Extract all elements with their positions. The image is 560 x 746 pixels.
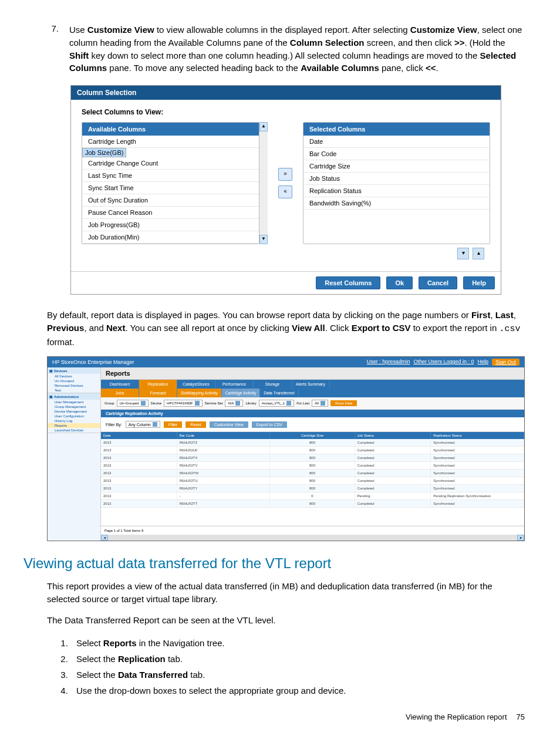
col-size[interactable]: Cartridge Size (270, 432, 355, 439)
user-label: User : hpresadmin (367, 359, 410, 366)
sidebar-item[interactable]: User Configuration (48, 414, 100, 418)
sidebar-item[interactable]: User Management (48, 400, 100, 404)
t: . You can see all report at once by clic… (125, 323, 292, 333)
t: View All (292, 323, 325, 333)
subtab[interactable]: Data Transferred (260, 389, 299, 397)
step-item: Use the drop-down boxes to select the ap… (70, 683, 525, 698)
sidebar-item[interactable]: All Devices (48, 374, 100, 379)
table-row[interactable]: 2013-0PendingPending Replication Synchro… (101, 492, 524, 500)
customize-view-button[interactable]: Customize View (210, 421, 248, 428)
scroll-left-icon[interactable]: ◂ (101, 535, 108, 541)
subtab[interactable]: SlotMapping Activity (177, 389, 222, 397)
t: By default, report data is displayed in … (47, 310, 471, 320)
table-row[interactable]: 2013R6HLR2TZ800CompletedSynchronised (101, 439, 524, 447)
sidebar-item[interactable]: History Log (48, 418, 100, 423)
available-column-item[interactable]: Job Progress(GB) (82, 219, 259, 231)
subtab[interactable]: Cartridge Activity (222, 389, 261, 397)
tab[interactable]: Dashboard (101, 380, 139, 389)
selected-column-item[interactable]: Date (303, 136, 490, 148)
section-heading: Viewing actual data transferred for the … (23, 555, 525, 572)
available-column-item[interactable]: Pause Cancel Reason (82, 207, 259, 219)
selected-column-item[interactable]: Bandwidth Saving(%) (303, 197, 490, 210)
table-row[interactable]: 2013R6HLR2TX800CompletedSynchronised (101, 454, 524, 462)
tab[interactable]: Replication (139, 380, 177, 389)
sub-section-title: Cartridge Replication Activity (101, 410, 524, 417)
sidebar-item[interactable]: Un-Grouped (48, 379, 100, 383)
scroll-right-icon[interactable]: ▸ (517, 535, 524, 541)
t: pane, click (379, 63, 426, 73)
tab[interactable]: Storage (254, 380, 292, 389)
sidebar-item[interactable]: Test (48, 388, 100, 393)
table-row[interactable]: 2013R6HLR2TT800CompletedSynchronised (101, 500, 524, 508)
chevron-down-icon (235, 401, 240, 406)
cell: R6HLR2TZ (177, 439, 271, 446)
subtab[interactable]: Forecast (139, 389, 177, 397)
move-up-button[interactable]: ▴ (473, 248, 484, 259)
table-row[interactable]: 2013R6HLR2U0800CompletedSynchronised (101, 447, 524, 454)
t: Column Selection (290, 38, 365, 48)
available-column-item[interactable]: Last Sync Time (82, 170, 259, 182)
l: For Last (296, 401, 309, 405)
move-right-button[interactable]: » (278, 168, 292, 181)
ok-button[interactable]: Ok (386, 276, 413, 289)
reset-button[interactable]: Reset (185, 421, 205, 428)
table-row[interactable]: 2013R6HLR2TW800CompletedSynchronised (101, 470, 524, 477)
cell: 2013 (101, 500, 177, 507)
available-column-item[interactable]: Job Duration(Min) (82, 231, 259, 244)
cell: 800 (270, 470, 355, 477)
table-row[interactable]: 2013R6HLR2TV800CompletedSynchronised (101, 462, 524, 470)
forlast-select[interactable]: All (312, 400, 328, 407)
available-column-item[interactable]: Cartridge Length (82, 136, 259, 148)
col-repstatus[interactable]: Replication Status (431, 432, 524, 439)
show-data-button[interactable]: Show Data (330, 400, 357, 406)
col-date[interactable]: Date (101, 432, 177, 439)
filter-button[interactable]: Filter (164, 421, 183, 428)
scroll-up-icon[interactable]: ▲ (259, 122, 268, 131)
cell: 0 (270, 492, 355, 499)
device-select[interactable]: HPCTF4F2A83F (164, 400, 203, 407)
cancel-button[interactable]: Cancel (419, 276, 457, 289)
sidebar-admin[interactable]: ▣Administration (48, 393, 100, 400)
table-row[interactable]: 2013R6HLR2TY800CompletedSynchronised (101, 485, 524, 492)
column-selection-dialog: Column Selection Select Columns to View:… (70, 85, 501, 295)
scroll-down-icon[interactable]: ▼ (259, 235, 268, 244)
available-column-item[interactable]: Job Size(GB) (82, 148, 126, 157)
library-select[interactable]: Accept_VTL_1 (259, 400, 294, 407)
group-select[interactable]: Un-Grouped (117, 400, 149, 407)
tab[interactable]: Alerts Summary (292, 380, 330, 389)
cell: 800 (270, 454, 355, 461)
t: key down to select more than one column … (89, 50, 480, 60)
filterby-select[interactable]: Any Column (126, 421, 160, 428)
sidebar-item[interactable]: Group Management (48, 404, 100, 409)
selected-column-item[interactable]: Job Status (303, 173, 490, 185)
subtab[interactable]: Jobs (101, 389, 139, 397)
cell: Synchronised (431, 485, 524, 492)
available-column-item[interactable]: Cartridge Change Count (82, 157, 259, 170)
selected-column-item[interactable]: Cartridge Size (303, 160, 490, 173)
sidebar-item[interactable]: Removed Devices (48, 383, 100, 388)
col-jobstatus[interactable]: Job Status (355, 432, 431, 439)
table-row[interactable]: 2013R6HLR2TU800CompletedSynchronised (101, 477, 524, 485)
sidebar-item[interactable]: Device Management (48, 409, 100, 414)
selected-column-item[interactable]: Replication Status (303, 185, 490, 197)
tab[interactable]: CatalystStores (177, 380, 215, 389)
available-column-item[interactable]: Sync Start Time (82, 182, 259, 194)
sidebar-devices[interactable]: ▣Devices (48, 367, 100, 374)
help-button[interactable]: Help (463, 276, 495, 289)
app-screenshot: HP StoreOnce Enterprise Manager User : h… (47, 356, 525, 541)
col-barcode[interactable]: Bar Code (177, 432, 271, 439)
sidebar-item[interactable]: Reports (48, 423, 100, 428)
selected-column-item[interactable]: Bar Code (303, 148, 490, 160)
cell: 2013 (101, 470, 177, 477)
export-csv-button[interactable]: Export to CSV (252, 421, 287, 428)
other-users[interactable]: Other Users Logged in : 0 (413, 359, 474, 366)
tab[interactable]: Performance (215, 380, 254, 389)
move-left-button[interactable]: « (278, 185, 292, 198)
sidebar-item[interactable]: Launched Devices (48, 428, 100, 433)
move-down-button[interactable]: ▾ (457, 248, 469, 259)
reset-columns-button[interactable]: Reset Columns (316, 276, 380, 289)
signout-button[interactable]: Sign Out (492, 359, 519, 366)
available-column-item[interactable]: Out of Sync Duration (82, 194, 259, 207)
help-link[interactable]: Help (477, 359, 488, 366)
serviceset-select[interactable]: N/A (225, 400, 243, 407)
